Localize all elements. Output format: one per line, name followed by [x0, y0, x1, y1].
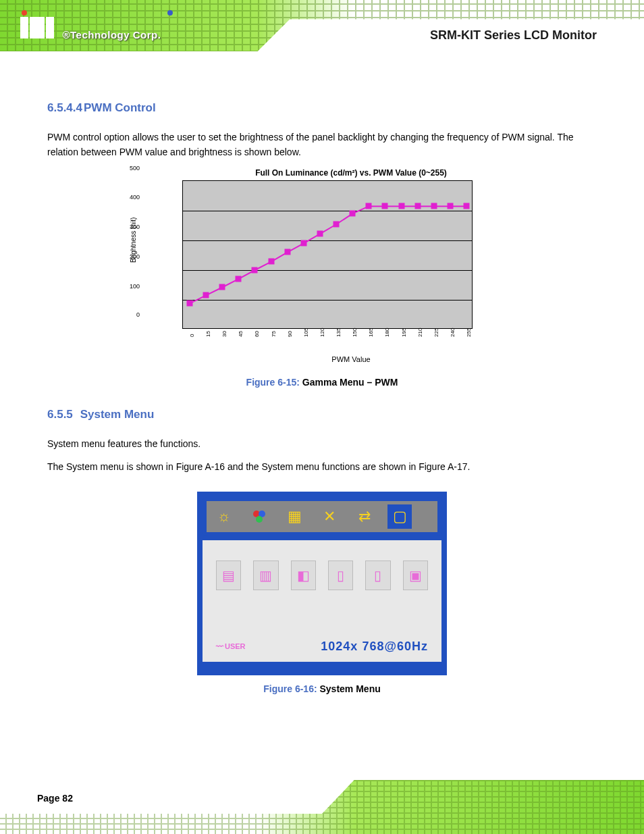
figure-caption-2: Figure 6-16: System Menu: [47, 683, 597, 694]
osd-item: ▥: [253, 561, 278, 590]
page-header: ®Technology Corp. SRM-KIT Series LCD Mon…: [0, 0, 644, 81]
section-number: 6.5.4.4: [47, 101, 82, 115]
main-content: 6.5.4.4 PWM Control PWM control option a…: [0, 101, 644, 694]
plot-area: [182, 180, 473, 329]
ytick: 400: [130, 194, 140, 201]
figure-caption-text: System Menu: [320, 683, 381, 694]
section-title: PWM Control: [84, 101, 156, 115]
figure-number: Figure 6-16:: [263, 683, 317, 694]
tools-icon: ✕: [317, 504, 342, 529]
osd-user-label: 〰USER: [216, 642, 246, 650]
osd-item-row: ▤ ▥ ◧ ▯ ▯ ▣: [216, 561, 428, 590]
ytick: 100: [130, 283, 140, 290]
brand-text: ®Technology Corp.: [62, 29, 161, 41]
section-number: 6.5.5: [47, 408, 73, 421]
x-axis-label: PWM Value: [182, 355, 520, 363]
figure-caption-1: Figure 6-15: Gamma Menu – PWM: [47, 377, 597, 388]
osd-item: ▯: [328, 561, 353, 590]
figure-caption-text: Gamma Menu – PWM: [302, 377, 398, 388]
geometry-icon: ▦: [282, 504, 306, 529]
page-number: Page 82: [37, 793, 73, 804]
section-header-system: 6.5.5 System Menu: [47, 408, 597, 421]
ytick: 500: [130, 165, 140, 172]
color-icon: [247, 504, 271, 529]
pwm-chart: Full On Luminance (cd/m²) vs. PWM Value …: [47, 168, 597, 363]
section-text: PWM control option allows the user to se…: [47, 130, 597, 160]
osd-item: ◧: [291, 561, 316, 590]
section-title: System Menu: [80, 408, 155, 421]
ytick: 300: [130, 224, 140, 230]
footer-circuit: [0, 766, 644, 834]
chart-title: Full On Luminance (cd/m²) vs. PWM Value …: [182, 168, 520, 178]
figure-number: Figure 6-15:: [246, 377, 300, 388]
section-text: The System menu is shown in Figure A-16 …: [47, 459, 597, 474]
svg-point-2: [256, 516, 263, 523]
ytick: 0: [136, 311, 140, 318]
osd-footer: 〰USER 1024x 768@60Hz: [216, 640, 428, 654]
osd-toolbar: ☼ ▦ ✕ ⇄ ▢: [203, 497, 441, 536]
brand-logo: ®Technology Corp.: [20, 17, 161, 41]
osd-item: ▤: [216, 561, 241, 590]
osd-screenshot: ☼ ▦ ✕ ⇄ ▢ ▤ ▥ ◧ ▯ ▯ ▣ 〰USER 1024x 768@60…: [197, 492, 447, 675]
osd-item: ▣: [403, 561, 428, 590]
section-text: System menu features the functions.: [47, 436, 597, 451]
page-footer: Page 82: [0, 766, 644, 834]
x-axis-ticks: 0153045607590105120135150165180195210225…: [182, 329, 520, 338]
ytick: 200: [130, 253, 140, 260]
io-icon: ⇄: [352, 504, 377, 529]
display-icon: ▢: [387, 504, 412, 529]
osd-body: ▤ ▥ ◧ ▯ ▯ ▣ 〰USER 1024x 768@60Hz: [203, 540, 441, 662]
brightness-icon: ☼: [212, 504, 236, 529]
product-title: SRM-KIT Series LCD Monitor: [430, 28, 597, 43]
iei-logo-icon: [20, 17, 54, 38]
section-header-pwm: 6.5.4.4 PWM Control: [47, 101, 597, 115]
osd-item: ▯: [365, 561, 390, 590]
osd-resolution: 1024x 768@60Hz: [321, 640, 428, 654]
